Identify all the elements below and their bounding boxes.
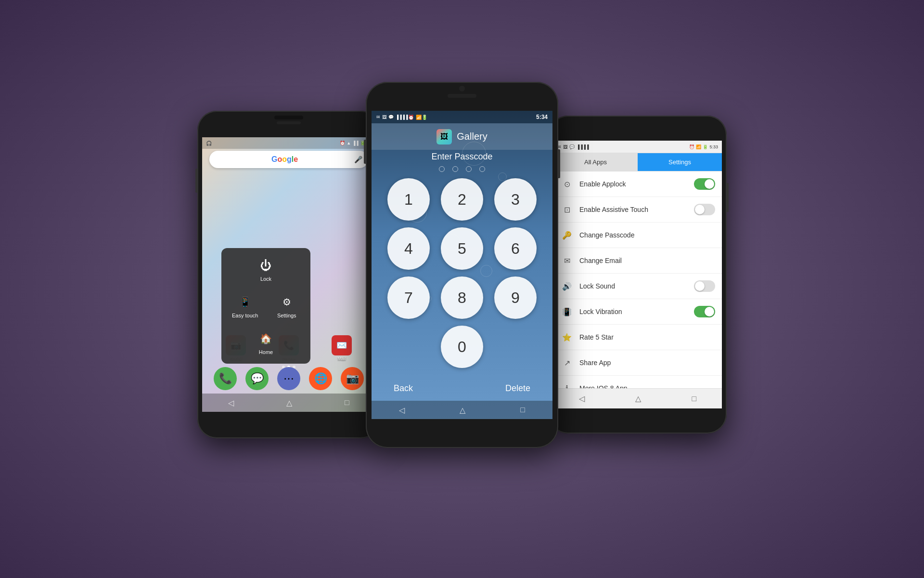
pad-btn-4[interactable]: 4 [387,227,430,270]
lock-sound-icon: 🔊 [560,279,574,293]
enter-passcode-label: Enter Passcode [372,152,552,162]
right-recent-button[interactable]: □ [692,394,697,403]
pad-row-1: 1 2 3 [387,178,537,221]
r-battery-icon: 🔋 [703,144,708,149]
pad-btn-1[interactable]: 1 [387,178,430,221]
pad-row-0: 0 [387,326,537,368]
pad-row-3: 7 8 9 [387,276,537,319]
center-screen: ✉ 🖼 💬 ▐▐▐▐ ⏰ 📶 🔋 5:34 🖼 Gallery Enter Pa… [372,111,552,419]
pad-btn-7[interactable]: 7 [387,276,430,319]
lock-label: Lock [260,276,271,282]
settings-list: ⊙ Enable Applock ⊡ Enable Assistive Touc… [553,171,722,388]
dock-phone[interactable]: 📞 [214,367,237,390]
recent-button[interactable]: □ [345,398,349,407]
home-button[interactable]: △ [286,398,292,407]
gallery-app-icon: 🖼 [436,129,452,144]
tab-settings[interactable]: Settings [638,153,722,171]
center-recent-button[interactable]: □ [520,406,525,414]
popup-easy-touch-item[interactable]: 📱 Easy touch [226,289,264,322]
assistive-touch-toggle[interactable] [694,204,715,215]
r-wifi-icon: 📶 [696,144,701,149]
pad-btn-6[interactable]: 6 [494,227,537,270]
gallery-title: Gallery [457,131,487,142]
lock-vibration-toggle[interactable] [694,306,715,317]
gear-icon: ⚙ [278,293,295,311]
change-email-label: Change Email [579,257,715,264]
center-status-bar: ✉ 🖼 💬 ▐▐▐▐ ⏰ 📶 🔋 5:34 [372,111,552,123]
share-app-icon: ↗ [560,356,574,369]
setting-lock-sound[interactable]: 🔊 Lock Sound [553,274,722,299]
passcode-dot-4 [479,166,485,172]
rate-star-icon: ⭐ [560,330,574,344]
center-back-button[interactable]: ◁ [399,406,405,415]
left-dock: 📞 💬 ⋯ 🌐 📷 [202,367,375,390]
back-button[interactable]: ◁ [228,398,234,407]
pad-btn-8[interactable]: 8 [441,276,483,319]
back-passcode-btn[interactable]: Back [386,380,421,397]
setting-change-passcode[interactable]: 🔑 Change Passcode [553,223,722,248]
popup-settings-item[interactable]: ⚙ Settings [268,289,306,322]
google-search-bar[interactable]: Google 🎤 [209,151,368,168]
center-battery-icon: 🔋 [422,115,427,120]
pad-btn-2[interactable]: 2 [441,178,483,221]
phone-icon: 📱 [236,293,254,311]
img-icon: 🖼 [382,115,386,119]
right-time: 5:33 [709,144,718,149]
app-mail[interactable]: ✉️ Mail [332,335,352,361]
center-home-button[interactable]: △ [460,406,465,415]
lock-sound-label: Lock Sound [579,282,694,290]
alarm-icon: ⏰ [340,141,345,145]
left-status-bar: 🎧 ⏰ ▲ ▐▐ 🔋 12 [202,137,375,149]
dock-apps[interactable]: ⋯ [277,367,300,390]
right-home-button[interactable]: △ [635,394,641,403]
popup-home-item[interactable]: 🏠 Home [226,326,306,359]
delete-passcode-btn[interactable]: Delete [498,380,538,397]
setting-rate-5-star[interactable]: ⭐ Rate 5 Star [553,325,722,350]
msg-icon: ✉ [376,115,380,119]
lock-sound-toggle[interactable] [694,280,715,292]
power-icon: ⏻ [257,257,275,274]
pad-btn-3[interactable]: 3 [494,178,537,221]
mail-app-icon: ✉️ [332,335,352,355]
setting-enable-applock[interactable]: ⊙ Enable Applock [553,171,722,197]
lock-vibration-icon: 📳 [560,305,574,318]
pad-row-2: 4 5 6 [387,227,537,270]
setting-more-ios8[interactable]: ℹ More IOS 8 App [553,376,722,388]
setting-lock-vibration[interactable]: 📳 Lock Vibration [553,299,722,325]
share-app-label: Share App [579,359,715,367]
home-icon: 🏠 [257,330,275,347]
setting-change-email[interactable]: ✉ Change Email [553,248,722,274]
pad-btn-5[interactable]: 5 [441,227,483,270]
left-nav-bar: ◁ △ □ [202,394,375,412]
wifi-icon: ▲ [346,141,351,145]
dock-chrome[interactable]: 🌐 [309,367,332,390]
passcode-dot-2 [452,166,458,172]
center-side-right [558,149,560,178]
center-notch [459,86,465,92]
setting-assistive-touch[interactable]: ⊡ Enable Assistive Touch [553,197,722,223]
lock-vibration-knob [705,307,714,316]
right-back-button[interactable]: ◁ [579,394,585,403]
signal-icon: ▐▐ [352,141,359,145]
setting-share-app[interactable]: ↗ Share App [553,350,722,376]
left-status-icons-left: 🎧 [206,141,212,146]
right-side-right [727,183,729,212]
tab-all-apps[interactable]: All Apps [553,153,638,171]
change-passcode-icon: 🔑 [560,228,574,242]
dock-camera[interactable]: 📷 [341,367,364,390]
easy-touch-label: Easy touch [232,313,258,318]
applock-label: Enable Applock [579,180,694,188]
left-phone: 🎧 ⏰ ▲ ▐▐ 🔋 12 Google 🎤 [197,111,380,438]
chat-icon: 💬 [388,115,394,119]
pad-btn-9[interactable]: 9 [494,276,537,319]
applock-toggle-knob [705,179,714,189]
pad-btn-0[interactable]: 0 [441,326,483,368]
center-nav-bar: ◁ △ □ [372,401,552,419]
popup-lock-item[interactable]: ⏻ Lock [226,253,306,286]
dock-chat[interactable]: 💬 [245,367,269,390]
lock-vibration-label: Lock Vibration [579,308,694,315]
applock-toggle[interactable] [694,178,715,190]
passcode-dot-1 [439,166,445,172]
change-email-icon: ✉ [560,254,574,267]
popup-menu: ⏻ Lock 📱 Easy touch ⚙ Settings 🏠 Home [221,248,310,364]
